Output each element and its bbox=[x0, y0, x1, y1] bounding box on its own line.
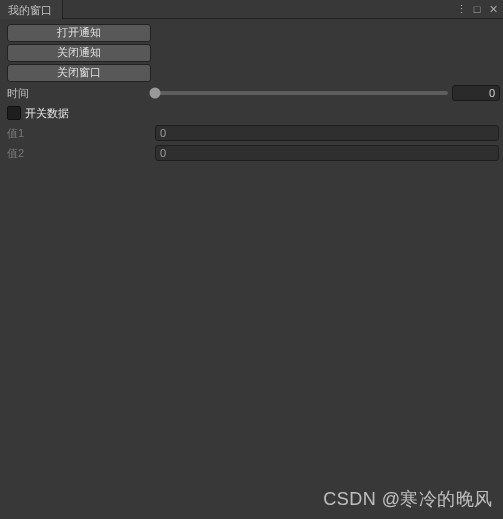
toggle-checkbox[interactable] bbox=[7, 106, 21, 120]
value2-label: 值2 bbox=[3, 146, 155, 161]
value2-input[interactable]: 0 bbox=[155, 145, 499, 161]
value1-input[interactable]: 0 bbox=[155, 125, 499, 141]
open-notify-button[interactable]: 打开通知 bbox=[7, 24, 151, 42]
close-window-button[interactable]: 关闭窗口 bbox=[7, 64, 151, 82]
value2-row: 值2 0 bbox=[3, 144, 500, 162]
time-value-field[interactable]: 0 bbox=[452, 85, 500, 101]
time-label: 时间 bbox=[3, 86, 155, 101]
window-tab[interactable]: 我的窗口 bbox=[0, 0, 63, 19]
maximize-icon[interactable]: □ bbox=[471, 4, 483, 15]
watermark-text: CSDN @寒冷的晚风 bbox=[323, 487, 493, 511]
close-notify-button[interactable]: 关闭通知 bbox=[7, 44, 151, 62]
close-icon[interactable]: ✕ bbox=[487, 4, 499, 15]
window-tab-label: 我的窗口 bbox=[8, 3, 52, 18]
time-slider[interactable] bbox=[155, 91, 448, 95]
toggle-row: 开关数据 bbox=[3, 104, 500, 122]
value1-row: 值1 0 bbox=[3, 124, 500, 142]
tab-bar: 我的窗口 ⋮ □ ✕ bbox=[0, 0, 503, 19]
menu-icon[interactable]: ⋮ bbox=[455, 4, 467, 15]
slider-thumb-icon[interactable] bbox=[150, 88, 161, 99]
time-slider-row: 时间 0 bbox=[3, 84, 500, 102]
window-controls: ⋮ □ ✕ bbox=[455, 0, 503, 18]
value1-label: 值1 bbox=[3, 126, 155, 141]
window-content: 打开通知 关闭通知 关闭窗口 时间 0 开关数据 值1 0 值2 0 bbox=[0, 19, 503, 162]
toggle-label: 开关数据 bbox=[25, 106, 69, 121]
